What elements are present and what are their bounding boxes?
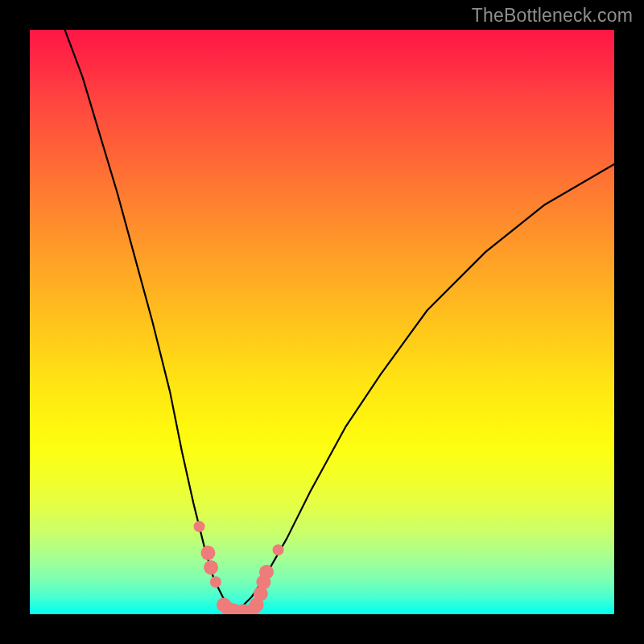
plot-area (30, 30, 614, 614)
highlight-marker (200, 546, 215, 560)
highlight-marker (273, 544, 284, 555)
bottleneck-right-branch (234, 164, 614, 611)
highlight-marker (204, 560, 218, 575)
highlight-marker (259, 565, 274, 580)
highlight-marker (194, 521, 205, 532)
chart-svg (30, 30, 614, 614)
bottleneck-left-branch (65, 30, 235, 611)
marker-layer (194, 521, 284, 614)
curve-layer (65, 30, 614, 611)
highlight-marker (210, 576, 221, 588)
watermark-text: TheBottleneck.com (472, 5, 633, 27)
chart-frame: TheBottleneck.com (0, 0, 644, 644)
